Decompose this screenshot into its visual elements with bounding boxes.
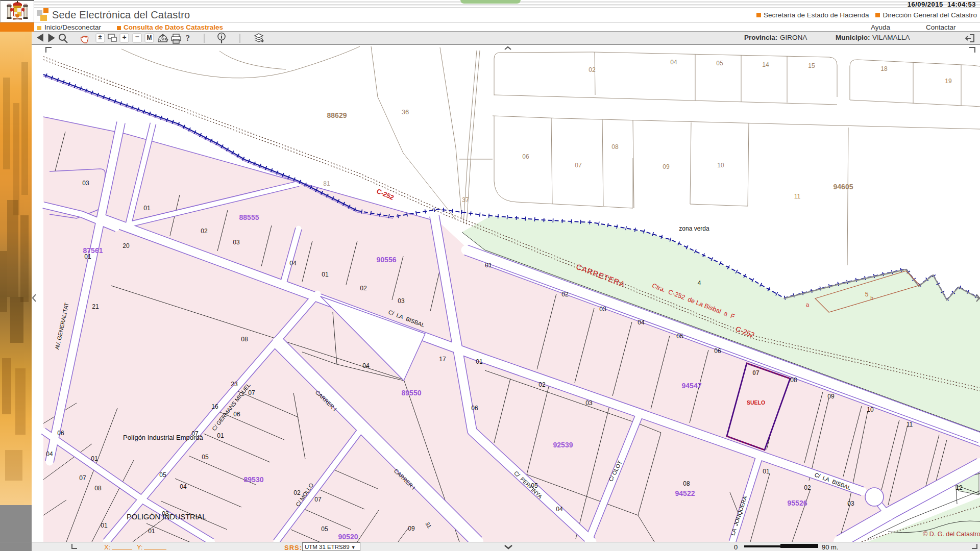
svg-text:11: 11 <box>906 421 913 428</box>
svg-text:04: 04 <box>46 450 53 458</box>
svg-text:07: 07 <box>752 369 760 377</box>
svg-text:04: 04 <box>362 362 370 369</box>
svg-text:94605: 94605 <box>834 183 853 191</box>
svg-text:10: 10 <box>867 406 874 413</box>
svg-text:03: 03 <box>847 500 854 507</box>
svg-text:06: 06 <box>714 347 721 355</box>
svg-text:05: 05 <box>676 333 683 340</box>
svg-text:±: ± <box>98 33 102 41</box>
svg-text:08: 08 <box>241 336 248 343</box>
svg-text:07: 07 <box>248 389 255 396</box>
svg-text:01: 01 <box>763 468 770 475</box>
svg-text:5: 5 <box>865 291 869 298</box>
svg-text:01: 01 <box>143 205 151 212</box>
svg-text:37: 37 <box>462 196 469 204</box>
svg-text:88629: 88629 <box>327 111 347 119</box>
svg-text:4: 4 <box>698 280 701 287</box>
svg-text:02: 02 <box>561 291 569 298</box>
svg-text:04: 04 <box>180 483 187 490</box>
svg-text:03: 03 <box>233 239 240 246</box>
svg-text:04: 04 <box>289 260 297 267</box>
svg-text:08: 08 <box>94 485 102 492</box>
svg-text:18: 18 <box>880 65 888 72</box>
svg-text:08: 08 <box>611 143 619 151</box>
svg-text:01: 01 <box>101 522 108 529</box>
svg-text:14: 14 <box>762 61 769 68</box>
svg-text:19: 19 <box>945 78 952 85</box>
svg-text:© D. G. del Catastro: © D. G. del Catastro <box>923 531 980 538</box>
svg-text:04: 04 <box>670 59 677 66</box>
svg-text:SUELO: SUELO <box>747 399 765 406</box>
svg-text:02: 02 <box>293 489 301 496</box>
svg-text:01: 01 <box>476 358 483 365</box>
svg-text:90520: 90520 <box>338 533 358 541</box>
svg-text:08: 08 <box>790 377 797 384</box>
svg-text:09: 09 <box>408 525 415 532</box>
svg-text:09: 09 <box>827 393 835 400</box>
svg-text:88555: 88555 <box>239 213 259 221</box>
svg-text:08: 08 <box>683 480 690 487</box>
svg-text:01: 01 <box>91 455 98 462</box>
svg-text:+: + <box>122 33 126 41</box>
svg-text:zona verda: zona verda <box>679 225 709 232</box>
svg-text:01: 01 <box>84 253 91 260</box>
svg-text:06: 06 <box>57 430 64 437</box>
svg-text:01: 01 <box>217 432 224 439</box>
svg-text:21: 21 <box>92 303 99 310</box>
svg-text:07: 07 <box>314 496 322 503</box>
svg-text:02: 02 <box>804 484 811 491</box>
svg-text:89550: 89550 <box>402 389 422 397</box>
svg-text:06: 06 <box>233 411 240 418</box>
svg-text:03: 03 <box>585 399 593 407</box>
svg-text:05: 05 <box>716 60 723 67</box>
svg-text:−: − <box>135 33 139 41</box>
svg-text:94522: 94522 <box>675 489 695 497</box>
svg-text:20: 20 <box>122 242 130 249</box>
svg-text:01: 01 <box>148 528 155 535</box>
svg-text:01: 01 <box>485 262 492 269</box>
svg-text:05: 05 <box>321 525 328 533</box>
svg-text:92539: 92539 <box>553 441 573 449</box>
svg-text:15: 15 <box>808 62 815 69</box>
svg-text:07: 07 <box>191 430 199 437</box>
svg-text:02: 02 <box>538 381 546 388</box>
svg-text:03: 03 <box>162 510 169 517</box>
svg-text:89530: 89530 <box>244 475 264 484</box>
svg-text:03: 03 <box>398 297 405 305</box>
svg-text:?: ? <box>186 34 190 42</box>
svg-text:06: 06 <box>522 153 529 160</box>
svg-text:94547: 94547 <box>682 382 702 390</box>
svg-text:02: 02 <box>201 228 208 235</box>
svg-text:09: 09 <box>663 163 670 170</box>
svg-text:81: 81 <box>323 180 330 187</box>
svg-text:05: 05 <box>202 454 209 461</box>
svg-text:05: 05 <box>159 471 166 479</box>
svg-text:05: 05 <box>531 482 538 489</box>
svg-text:06: 06 <box>471 405 478 412</box>
svg-text:02: 02 <box>589 66 596 73</box>
svg-text:23: 23 <box>231 381 238 388</box>
svg-text:95526: 95526 <box>788 499 807 507</box>
svg-text:04: 04 <box>638 319 645 326</box>
svg-text:07: 07 <box>79 474 86 482</box>
svg-text:01: 01 <box>322 271 329 278</box>
svg-text:b: b <box>870 295 873 301</box>
svg-text:M: M <box>147 34 152 41</box>
svg-text:11: 11 <box>794 193 801 200</box>
svg-text:90556: 90556 <box>377 256 397 264</box>
svg-text:17: 17 <box>439 356 446 363</box>
svg-text:03: 03 <box>82 180 89 187</box>
svg-text:03: 03 <box>599 306 606 313</box>
svg-text:a: a <box>806 302 810 308</box>
svg-text:07: 07 <box>575 162 582 169</box>
svg-text:10: 10 <box>717 162 724 169</box>
svg-text:16: 16 <box>211 403 218 410</box>
svg-text:04: 04 <box>556 506 563 513</box>
svg-text:36: 36 <box>402 108 409 116</box>
svg-text:02: 02 <box>360 285 367 292</box>
svg-text:12: 12 <box>955 484 963 491</box>
